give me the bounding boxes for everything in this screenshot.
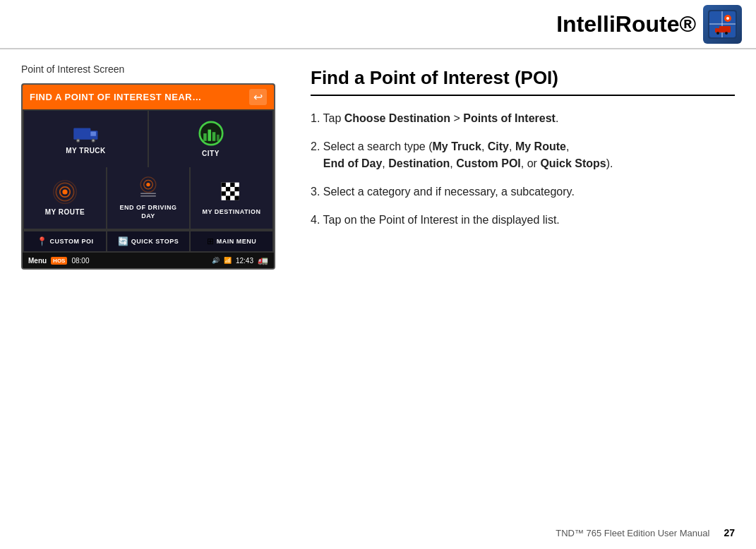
svg-rect-38	[222, 191, 226, 195]
status-left: Menu HOS 08:00	[28, 257, 89, 265]
right-panel: Find a Point of Interest (POI) 1. Tap Ch…	[311, 64, 735, 507]
svg-point-26	[146, 183, 150, 186]
svg-rect-20	[212, 132, 215, 141]
step-1-mid: >	[450, 112, 463, 124]
page-number: 27	[724, 527, 735, 538]
signal-icon: 📶	[224, 257, 232, 264]
my-route-cell[interactable]: MY ROUTE	[24, 167, 106, 229]
custom-poi-icon: 📍	[37, 236, 47, 246]
svg-rect-12	[90, 131, 96, 135]
instruction-4: 4. Tap on the Point of Interest in the d…	[311, 212, 735, 229]
step-2-bold5: Destination	[388, 157, 450, 169]
quick-stops-label: QUICK STOPS	[131, 238, 179, 245]
my-route-label: MY ROUTE	[45, 207, 85, 217]
step-2-bold4: End of Day	[323, 157, 383, 169]
svg-rect-41	[230, 191, 234, 195]
step-2-bold6: Custom POI	[456, 157, 521, 169]
my-destination-label: MY DESTINATION	[202, 208, 260, 217]
main-menu-icon: ⊞	[207, 236, 214, 246]
svg-rect-42	[235, 195, 239, 200]
svg-point-9	[726, 17, 729, 20]
end-day-label: END OF DRIVING DAY	[113, 204, 184, 220]
city-icon	[198, 121, 224, 149]
instruction-1: 1. Tap Choose Destination > Points of In…	[311, 110, 735, 127]
main-content: Point of Interest Screen FIND A POINT OF…	[0, 49, 756, 521]
step-2-start: 2. Select a search type (	[311, 140, 433, 152]
app-title: IntelliRoute®	[556, 11, 696, 37]
page-header: IntelliRoute®	[0, 0, 756, 49]
end-day-icon	[136, 176, 161, 204]
destination-icon	[219, 180, 244, 208]
step-2-bold1: My Truck	[433, 140, 481, 152]
my-truck-label: MY TRUCK	[66, 146, 106, 155]
truck-icon	[73, 123, 100, 146]
instructions-list: 1. Tap Choose Destination > Points of In…	[311, 110, 735, 229]
svg-rect-18	[203, 133, 207, 141]
screen-bottom-bar: 📍 CUSTOM POI 🔄 QUICK STOPS ⊞ MAIN MENU	[23, 230, 274, 253]
my-truck-cell[interactable]: MY TRUCK	[24, 111, 148, 167]
step-2-sep1: ,	[481, 140, 488, 152]
step-2-after: ).	[606, 157, 613, 169]
city-cell[interactable]: CITY	[149, 111, 272, 167]
step-1-bold2: Points of Interest	[463, 112, 556, 124]
quick-stops-cell[interactable]: 🔄 QUICK STOPS	[107, 231, 189, 251]
status-right: 🔊 📶 12:43 🚛	[212, 255, 268, 265]
my-destination-cell[interactable]: MY DESTINATION	[191, 167, 272, 229]
svg-point-16	[92, 139, 94, 141]
menu-label[interactable]: Menu	[28, 257, 47, 265]
hos-badge: HOS	[51, 257, 67, 265]
step-2-sep6: , or	[521, 157, 541, 169]
svg-rect-32	[222, 182, 226, 186]
logo-image	[703, 5, 742, 44]
logo-svg	[707, 8, 738, 40]
step-2-sep4: ,	[382, 157, 388, 169]
custom-poi-label: CUSTOM POI	[50, 238, 94, 245]
svg-rect-39	[226, 195, 230, 200]
end-day-cell[interactable]: END OF DRIVING DAY	[107, 167, 189, 229]
main-menu-cell[interactable]: ⊞ MAIN MENU	[191, 231, 272, 251]
step-2-bold7: Quick Stops	[540, 157, 606, 169]
left-panel: Point of Interest Screen FIND A POINT OF…	[21, 64, 282, 507]
screen-header-bar: FIND A POINT OF INTEREST NEAR… ↩	[23, 85, 274, 109]
instruction-3: 3. Select a category and if necessary, a…	[311, 183, 735, 200]
device-screen: FIND A POINT OF INTEREST NEAR… ↩	[21, 83, 275, 270]
svg-rect-21	[217, 134, 220, 140]
svg-rect-4	[719, 26, 731, 32]
back-button[interactable]: ↩	[249, 89, 267, 105]
svg-point-6	[716, 32, 719, 35]
route-icon	[52, 179, 78, 207]
step-4-text: 4. Tap on the Point of Interest in the d…	[311, 214, 560, 226]
svg-rect-36	[235, 187, 239, 191]
section-title: Find a Point of Interest (POI)	[311, 67, 735, 96]
screen-header-text: FIND A POINT OF INTEREST NEAR…	[30, 92, 202, 102]
step-2-bold3: My Route	[515, 140, 566, 152]
svg-point-14	[77, 139, 79, 141]
page-footer: TND™ 765 Fleet Edition User Manual 27	[556, 527, 735, 538]
step-2-bold2: City	[488, 140, 509, 152]
svg-rect-10	[73, 128, 90, 139]
step-1-bold1: Choose Destination	[344, 112, 450, 124]
manual-title: TND™ 765 Fleet Edition User Manual	[556, 528, 709, 538]
screen-grid-top: MY TRUCK CITY	[23, 109, 274, 167]
city-label: CITY	[202, 149, 220, 158]
step-3-text: 3. Select a category and if necessary, a…	[311, 186, 575, 198]
step-1-num: 1. Tap	[311, 112, 344, 124]
driving-time: 08:00	[71, 257, 89, 265]
main-menu-label: MAIN MENU	[217, 238, 257, 245]
app-logo	[703, 5, 742, 44]
step-2-sep5: ,	[450, 157, 456, 169]
svg-rect-33	[226, 187, 230, 191]
instruction-2: 2. Select a search type (My Truck, City,…	[311, 138, 735, 172]
volume-icon: 🔊	[212, 257, 220, 264]
screen-grid-bottom: MY ROUTE	[23, 167, 274, 230]
svg-point-7	[725, 32, 728, 35]
custom-poi-cell[interactable]: 📍 CUSTOM POI	[24, 231, 106, 251]
step-2-sep2: ,	[509, 140, 515, 152]
quick-stops-icon: 🔄	[118, 236, 128, 246]
svg-point-22	[62, 190, 67, 195]
clock-display: 12:43	[236, 257, 253, 265]
truck-status-icon: 🚛	[258, 255, 268, 265]
svg-rect-19	[208, 129, 211, 140]
screen-status-bar: Menu HOS 08:00 🔊 📶 12:43 🚛	[23, 253, 274, 268]
panel-label: Point of Interest Screen	[21, 64, 282, 75]
